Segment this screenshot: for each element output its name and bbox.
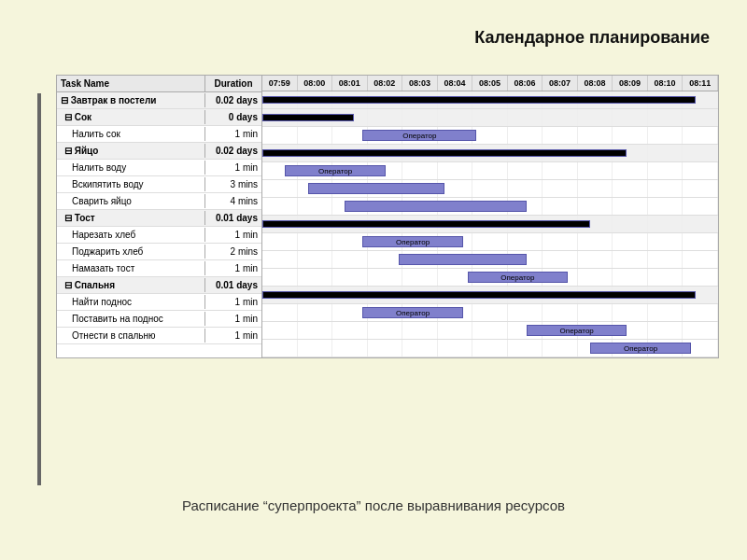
left-decorative-line	[37, 93, 41, 485]
gantt-bar	[345, 201, 527, 212]
gantt-col	[648, 180, 684, 197]
gantt-bar: Оператор	[285, 165, 385, 176]
gantt-col	[508, 180, 543, 197]
task-row: Нарезать хлеб1 min	[57, 227, 261, 244]
gantt-col	[578, 233, 613, 250]
gantt-col	[578, 269, 613, 286]
gantt-col	[332, 340, 368, 357]
chart-subtitle: Расписание “суперпроекта” после выравнив…	[0, 497, 747, 513]
task-row: Отнести в спальню1 min	[57, 328, 261, 344]
time-header-cell: 08:04	[438, 76, 473, 91]
gantt-col	[613, 162, 648, 179]
gantt-col	[368, 269, 403, 286]
task-duration-cell: 0.01 days	[205, 211, 261, 225]
gantt-col	[472, 304, 508, 321]
gantt-col	[508, 162, 543, 179]
gantt-col	[648, 269, 684, 286]
task-row: ⊟ Спальня0.01 days	[57, 277, 261, 294]
task-duration-cell: 0.01 days	[205, 278, 261, 292]
gantt-row	[262, 287, 718, 304]
gantt-rows-container: ОператорОператорОператорОператорОператор…	[262, 91, 718, 357]
gantt-col	[508, 127, 543, 144]
gantt-col	[332, 251, 368, 268]
time-header-cell: 08:00	[298, 76, 333, 91]
gantt-row	[262, 180, 718, 198]
task-duration-cell: 1 min	[205, 329, 261, 343]
task-header: Task Name Duration	[57, 76, 261, 92]
gantt-col	[683, 162, 718, 179]
time-header-cell: 08:06	[508, 76, 543, 91]
gantt-col	[472, 127, 508, 144]
gantt-col	[298, 233, 333, 250]
gantt-row: Оператор	[262, 304, 718, 322]
gantt-col	[298, 322, 333, 339]
gantt-col	[402, 322, 438, 339]
gantt-col	[262, 322, 298, 339]
gantt-row	[262, 91, 718, 109]
gantt-col	[262, 127, 298, 144]
gantt-col	[683, 251, 718, 268]
gantt-col	[332, 269, 368, 286]
gantt-col	[472, 233, 508, 250]
gantt-col	[683, 180, 718, 197]
task-name-cell: Поставить на поднос	[57, 312, 205, 326]
gantt-row	[262, 251, 718, 269]
task-rows-container: ⊟ Завтрак в постели0.02 days⊟ Сок0 daysН…	[57, 92, 261, 344]
task-duration-cell: 4 mins	[205, 194, 261, 208]
task-name-cell: Вскипятить воду	[57, 177, 205, 191]
gantt-bar: Оператор	[468, 272, 568, 283]
gantt-col	[472, 322, 508, 339]
gantt-bar	[262, 149, 627, 157]
gantt-col	[402, 109, 438, 126]
gantt-col	[648, 216, 684, 232]
page-title: Календарное планирование	[474, 28, 710, 48]
gantt-col	[578, 304, 613, 321]
gantt-col	[543, 233, 578, 250]
gantt-col	[543, 162, 578, 179]
gantt-col	[648, 233, 684, 250]
gantt-col	[368, 251, 403, 268]
task-duration-cell: 1 min	[205, 295, 261, 309]
gantt-col	[262, 269, 298, 286]
gantt-col	[543, 127, 578, 144]
gantt-col	[683, 233, 718, 250]
gantt-bar: Оператор	[590, 343, 690, 354]
gantt-col	[472, 340, 508, 357]
task-name-cell: Налить воду	[57, 161, 205, 175]
gantt-col	[683, 216, 718, 232]
task-name-cell: ⊟ Яйцо	[57, 144, 205, 158]
task-name-cell: ⊟ Сок	[57, 110, 205, 124]
task-row: Поставить на поднос1 min	[57, 311, 261, 328]
gantt-col	[578, 198, 613, 215]
task-duration-cell: 3 mins	[205, 177, 261, 191]
gantt-bar: Оператор	[362, 130, 476, 141]
gantt-col	[402, 162, 438, 179]
gantt-col	[508, 233, 543, 250]
gantt-row	[262, 198, 718, 216]
gantt-col	[683, 145, 718, 161]
gantt-col	[298, 340, 333, 357]
header-duration: Duration	[205, 76, 261, 91]
gantt-bar	[399, 254, 527, 265]
gantt-col	[578, 251, 613, 268]
gantt-col	[578, 127, 613, 144]
task-name-cell: Намазать тост	[57, 261, 205, 275]
gantt-bar: Оператор	[527, 325, 627, 336]
task-duration-cell: 0.02 days	[205, 144, 261, 158]
gantt-col	[648, 145, 684, 161]
task-duration-cell: 1 min	[205, 127, 261, 141]
time-header-cell: 08:09	[613, 76, 648, 91]
gantt-col	[648, 251, 684, 268]
time-header-cell: 08:08	[578, 76, 613, 91]
gantt-table: Task Name Duration ⊟ Завтрак в постели0.…	[57, 76, 718, 357]
gantt-col	[262, 233, 298, 250]
gantt-col	[648, 127, 684, 144]
gantt-col	[683, 304, 718, 321]
gantt-col	[578, 162, 613, 179]
task-row: Вскипятить воду3 mins	[57, 176, 261, 193]
gantt-col	[472, 162, 508, 179]
gantt-col	[543, 109, 578, 126]
gantt-col	[648, 322, 684, 339]
time-header-cell: 08:05	[472, 76, 508, 91]
time-header-cell: 08:03	[402, 76, 438, 91]
